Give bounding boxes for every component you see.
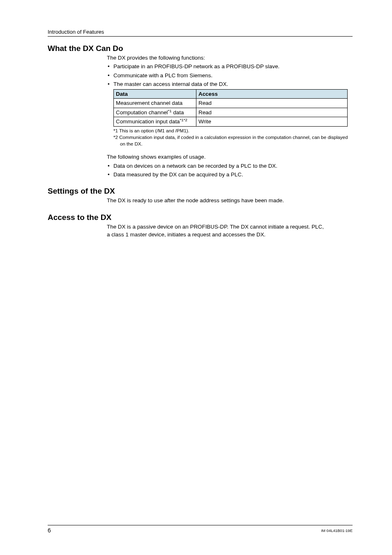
list-item: Communicate with a PLC from Siemens. [107,72,353,79]
footnote-ref: *1*2 [180,118,187,122]
table-cell: Measurement channel data [114,99,196,108]
table-cell: Read [196,99,348,108]
heading-what-dx-can-do: What the DX Can Do [48,44,353,53]
list-item: Data on devices on a network can be reco… [107,162,353,170]
footnote-1: *1 This is an option (/M1 and /PM1). [113,127,353,134]
running-head: Introduction of Features [48,29,353,37]
sec1-bullet-list: Participate in an PROFIBUS-DP network as… [107,62,353,88]
sec3-body-line1: The DX is a passive device on an PROFIBU… [107,223,353,231]
heading-access: Access to the DX [48,213,353,222]
table-header-row: Data Access [114,89,348,98]
page-number: 6 [48,527,51,534]
table-header-data: Data [114,89,196,98]
sec2-body: The DX is ready to use after the node ad… [107,197,353,204]
table-footnotes: *1 This is an option (/M1 and /PM1). *2 … [113,127,353,148]
list-item: Participate in an PROFIBUS-DP network as… [107,62,353,70]
table-cell: Write [196,117,348,126]
footnote-ref: *1 [168,108,172,113]
table-header-access: Access [196,89,348,98]
list-item: The master can access internal data of t… [107,80,353,88]
table-cell: Communication input data*1*2 [114,117,196,126]
heading-settings: Settings of the DX [48,187,353,196]
table-cell: Computation channel*1 data [114,108,196,117]
table-row: Computation channel*1 data Read [114,108,348,117]
examples-intro: The following shows examples of usage. [107,153,353,161]
examples-list: Data on devices on a network can be reco… [107,162,353,179]
list-item: Data measured by the DX can be acquired … [107,171,353,178]
table-row: Communication input data*1*2 Write [114,117,348,126]
footnote-2: *2 Communication input data, if coded in… [113,134,353,147]
table-cell: Read [196,108,348,117]
table-row: Measurement channel data Read [114,99,348,108]
cell-text-tail: data [172,109,184,116]
doc-id: IM 04L41B01-19E [321,527,353,533]
cell-text: Computation channel [116,109,168,116]
cell-text: Communication input data [116,118,180,125]
sec3-body-line2: a class 1 master device, initiates a req… [107,231,353,238]
sec1-intro: The DX provides the following functions: [107,54,353,62]
page-footer: 6 IM 04L41B01-19E [48,525,353,534]
data-access-table: Data Access Measurement channel data Rea… [113,89,348,127]
